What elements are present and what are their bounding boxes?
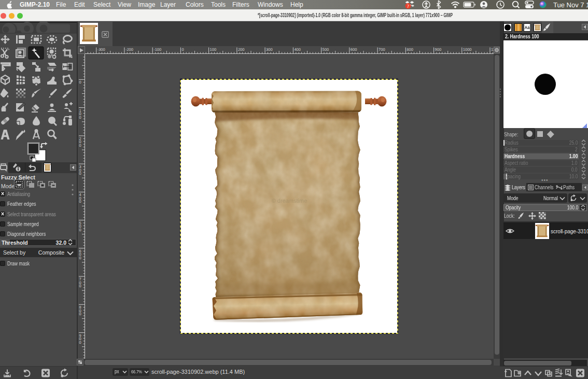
svg-text:300: 300 [266,47,273,52]
svg-text:0: 0 [79,284,81,288]
svg-text:Tue Nov 7 10: Tue Nov 7 10 [553,1,588,9]
svg-text:0: 0 [79,80,81,85]
svg-text:7: 7 [407,4,410,9]
svg-text:0: 0 [79,312,81,316]
svg-text:-100: -100 [153,47,161,52]
svg-text:800: 800 [407,47,413,52]
svg-text:900: 900 [435,47,442,52]
svg-text:0: 0 [79,228,81,232]
svg-text:0: 0 [79,340,81,345]
svg-text:700: 700 [379,47,385,52]
svg-text:0: 0 [181,47,184,52]
svg-text:0: 0 [79,171,81,176]
svg-text:100: 100 [210,47,217,52]
svg-text:0: 0 [79,143,81,148]
svg-text:400: 400 [294,47,301,52]
svg-text:0: 0 [79,256,81,260]
svg-text:0: 0 [79,115,81,120]
svg-text:500: 500 [323,47,329,52]
svg-text:1000: 1000 [463,47,472,52]
svg-text:-200: -200 [125,47,133,52]
svg-text:-300: -300 [97,47,105,52]
svg-text:200: 200 [238,47,245,52]
svg-text:© dreamstime: © dreamstime [272,198,307,204]
svg-text:0: 0 [79,199,81,204]
svg-text:600: 600 [351,47,357,52]
